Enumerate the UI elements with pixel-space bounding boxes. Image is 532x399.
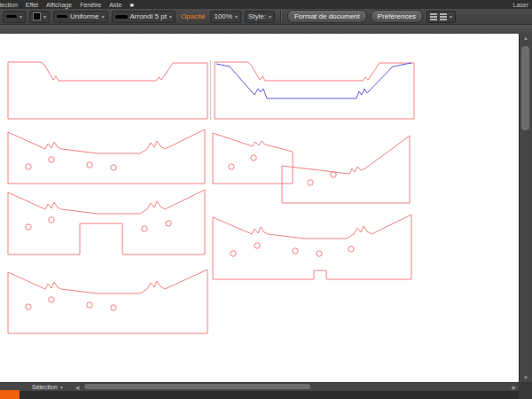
bottom-strip <box>0 391 519 399</box>
menu-item-affichage[interactable]: Affichage <box>46 2 72 8</box>
panel-outline-8[interactable] <box>8 270 207 333</box>
style-select[interactable]: Style: ▾ <box>245 11 275 23</box>
scrollbar-corner <box>519 382 532 399</box>
menu-item-effet[interactable]: Effet <box>26 2 38 8</box>
menu-bar: Sélection Effet Affichage Fenêtre Aide ✱… <box>0 0 532 9</box>
brush-label: Arrondi 5 pt <box>130 12 167 20</box>
stroke-weight-icon <box>6 15 17 18</box>
hole-circle[interactable] <box>87 302 92 308</box>
align-icon <box>440 13 447 20</box>
hole-circle[interactable] <box>49 217 54 223</box>
scroll-up-icon[interactable]: ▲ <box>523 35 528 41</box>
preferences-button[interactable]: Préférences <box>371 10 423 23</box>
artwork-layer <box>0 34 519 382</box>
document-setup-button[interactable]: Format de document <box>287 10 367 23</box>
opacity-value-select[interactable]: 100% ▾ <box>210 11 240 23</box>
control-bar: ▾ ▾ Uniforme ▾ Arrondi 5 pt ▾ Opacité 10… <box>0 9 532 25</box>
controlbar-separator <box>280 11 282 22</box>
workspace-label[interactable]: Laser <box>512 2 528 8</box>
hole-circle[interactable] <box>308 180 313 185</box>
panel-outline-1[interactable] <box>8 62 207 119</box>
panel-outline-6[interactable] <box>8 190 205 254</box>
style-label: Style: <box>248 12 266 20</box>
hole-circle[interactable] <box>26 224 31 230</box>
status-tool-label: Sélection <box>32 384 58 390</box>
hole-circle[interactable] <box>49 157 54 162</box>
chevron-down-icon: ▾ <box>20 14 22 20</box>
chevron-down-icon: ▾ <box>269 14 271 20</box>
hole-circle[interactable] <box>142 226 147 231</box>
hole-circle[interactable] <box>293 248 298 254</box>
vertical-scrollbar-thumb[interactable] <box>521 46 529 130</box>
hole-circle[interactable] <box>348 246 354 252</box>
panel-outline-2[interactable] <box>215 62 414 119</box>
workspace-star-icon: ✱ <box>129 2 134 8</box>
menu-item-aide[interactable]: Aide <box>109 2 121 8</box>
hole-circle[interactable] <box>251 155 256 160</box>
brush-select[interactable]: Arrondi 5 pt ▾ <box>112 11 176 23</box>
fill-swatch-icon <box>33 12 41 20</box>
hole-circle[interactable] <box>26 164 31 169</box>
hole-circle[interactable] <box>26 304 31 309</box>
scroll-left-icon[interactable]: ◀ <box>75 385 80 390</box>
width-profile-icon <box>57 15 67 18</box>
chevron-down-icon: ▾ <box>60 385 63 390</box>
hole-circle[interactable] <box>231 251 236 256</box>
horizontal-scrollbar-thumb[interactable] <box>84 384 310 389</box>
width-profile-label: Uniforme <box>70 12 98 20</box>
chevron-down-icon: ▾ <box>101 14 104 20</box>
panel-outline-4[interactable] <box>213 133 293 184</box>
hole-circle[interactable] <box>87 162 92 168</box>
align-icon <box>430 13 437 20</box>
panel-outline-7[interactable] <box>213 215 411 279</box>
menu-item-fenetre[interactable]: Fenêtre <box>80 2 101 8</box>
hole-circle[interactable] <box>111 305 116 310</box>
hole-circle[interactable] <box>111 165 116 170</box>
brush-preview-icon <box>115 15 128 19</box>
chevron-down-icon: ▾ <box>43 14 46 20</box>
hole-circle[interactable] <box>166 221 171 226</box>
chevron-down-icon: ▾ <box>169 14 172 20</box>
scroll-right-icon[interactable]: ▶ <box>512 385 516 390</box>
hole-circle[interactable] <box>331 172 336 177</box>
opacity-link[interactable]: Opacité <box>181 12 206 20</box>
hole-circle[interactable] <box>229 164 234 169</box>
status-tool-indicator[interactable]: Sélection ▾ <box>32 384 63 390</box>
chevron-down-icon: ▾ <box>235 14 238 20</box>
hole-circle[interactable] <box>49 297 54 302</box>
scroll-down-icon[interactable]: ▼ <box>523 375 528 380</box>
menu-item-selection[interactable]: Sélection <box>0 2 18 8</box>
align-options-dropdown[interactable]: ▾ <box>426 11 456 23</box>
hole-circle[interactable] <box>254 243 260 248</box>
opacity-value: 100% <box>214 12 231 20</box>
taskbar-highlight[interactable] <box>0 390 20 399</box>
panel-outline-3[interactable] <box>8 129 205 184</box>
hole-circle[interactable] <box>317 251 322 256</box>
fill-color-dropdown[interactable]: ▾ <box>29 11 50 23</box>
panel-outline-5[interactable] <box>282 136 410 203</box>
width-profile-select[interactable]: Uniforme ▾ <box>53 11 107 23</box>
stroke-weight-dropdown[interactable]: ▾ <box>3 11 26 23</box>
chevron-down-icon: ▾ <box>450 14 452 20</box>
